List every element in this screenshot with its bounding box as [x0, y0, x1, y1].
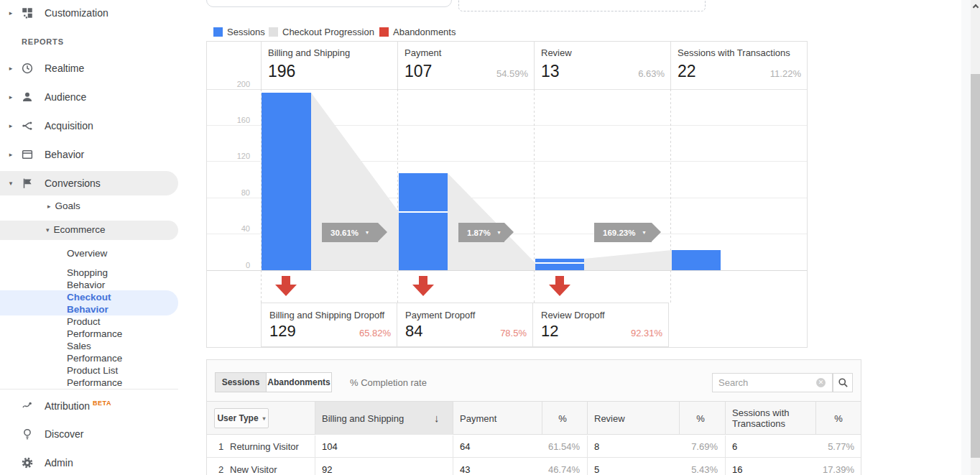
sidebar-item-shopping-behavior[interactable]: Shopping Behavior: [67, 267, 139, 291]
bar-billing-and-shipping[interactable]: [262, 93, 311, 270]
cell-review: 8: [594, 441, 599, 452]
column-header-review[interactable]: Review: [594, 413, 625, 424]
column-header-review-pct[interactable]: %: [690, 413, 711, 424]
column-header-transactions[interactable]: Sessions with Transactions: [732, 407, 813, 429]
sidebar-item-acquisition[interactable]: ▸ Acquisition: [0, 116, 178, 136]
cell-review: 5: [594, 464, 599, 475]
chevron-right-icon: ▸: [6, 93, 16, 101]
sidebar-item-label: Customization: [45, 7, 108, 19]
sidebar-item-label: Audience: [45, 91, 86, 103]
sidebar-item-admin[interactable]: Admin: [0, 453, 178, 473]
column-header-payment-pct[interactable]: %: [552, 413, 573, 424]
discover-lightbulb-icon: [20, 427, 34, 441]
chevron-right-icon: ▸: [6, 9, 16, 17]
dropoff-pct: 78.5%: [500, 328, 527, 338]
abandonment-arrow-icon: [275, 276, 297, 296]
sidebar-item-goals[interactable]: ▸ Goals: [47, 200, 80, 211]
legend-sessions[interactable]: Sessions: [213, 27, 265, 37]
column-header-payment[interactable]: Payment: [460, 413, 496, 424]
sidebar-item-conversions[interactable]: ▾ Conversions: [0, 171, 178, 195]
sidebar-item-label: Goals: [55, 200, 80, 211]
cell-payment-pct: 61.54%: [522, 441, 580, 452]
audience-person-icon: [20, 90, 34, 104]
sort-descending-icon[interactable]: ↓: [434, 412, 440, 424]
step-pct: 6.63%: [638, 68, 665, 79]
column-header-billing[interactable]: Billing and Shipping: [322, 413, 404, 424]
progression-shape-2: [448, 173, 535, 270]
search-input[interactable]: [712, 373, 833, 392]
sidebar-item-behavior[interactable]: ▸ Behavior: [0, 144, 178, 165]
step-value: 22: [678, 62, 696, 81]
progression-badge-1[interactable]: 30.61% ▾: [322, 223, 378, 242]
dropoff-card-review: Review Dropoff 12 92.31%: [532, 303, 669, 347]
step-value: 196: [268, 62, 295, 81]
behavior-window-icon: [20, 147, 34, 162]
progression-shape-3: [584, 250, 672, 270]
bar-payment[interactable]: [399, 173, 448, 270]
scrollbar-up-arrow[interactable]: [971, 0, 980, 12]
legend-abandonments[interactable]: Abandonments: [379, 27, 456, 37]
customization-icon: [20, 6, 34, 20]
progression-badge-2[interactable]: 1.87% ▾: [458, 223, 504, 242]
sidebar-item-attribution[interactable]: AttributionBETA: [0, 395, 178, 415]
sidebar-item-audience[interactable]: ▸ Audience: [0, 87, 178, 107]
row-label: Returning Visitor: [230, 441, 299, 452]
sidebar-item-overview[interactable]: Overview: [67, 247, 139, 259]
sidebar-item-product-list-performance[interactable]: Product List Performance: [67, 364, 139, 389]
dropoff-card-payment: Payment Dropoff 84 78.5%: [397, 303, 533, 347]
sidebar-item-realtime[interactable]: ▸ Realtime: [0, 58, 178, 78]
progression-pct: 30.61%: [330, 229, 359, 237]
sidebar-item-checkout-behavior[interactable]: Checkout Behavior: [67, 291, 139, 315]
dropoff-name: Billing and Shipping Dropoff: [269, 310, 391, 320]
step-name: Review: [541, 47, 665, 58]
sidebar-divider: [0, 389, 178, 389]
column-header-transactions-pct[interactable]: %: [828, 413, 849, 424]
progression-shape-1: [311, 93, 399, 270]
cell-payment: 43: [460, 464, 470, 475]
search-button[interactable]: [833, 373, 853, 392]
sidebar-item-product-performance[interactable]: Product Performance: [67, 315, 139, 340]
step-name: Billing and Shipping: [268, 47, 392, 58]
sidebar-item-label: Ecommerce: [54, 224, 106, 235]
add-segment-chip[interactable]: [458, 0, 706, 11]
tab-abandonments[interactable]: Abandonments: [266, 372, 332, 392]
sidebar-item-sales-performance[interactable]: Sales Performance: [67, 340, 139, 364]
row-rank: 2: [218, 464, 223, 475]
legend-label: Checkout Progression: [282, 27, 374, 37]
sidebar-item-customization[interactable]: ▸ Customization: [0, 3, 178, 23]
tab-sessions[interactable]: Sessions: [215, 372, 267, 392]
bar-review[interactable]: [535, 259, 584, 270]
sidebar-item-label: Realtime: [45, 63, 84, 74]
dropoff-name: Payment Dropoff: [405, 310, 527, 320]
dropoff-pct: 65.82%: [359, 328, 391, 338]
sidebar-item-label: Behavior: [45, 149, 84, 160]
abandonment-arrow-icon: [412, 276, 434, 296]
chevron-right-icon: ▸: [6, 151, 16, 158]
step-value: 107: [405, 62, 432, 81]
completion-rate-toggle[interactable]: % Completion rate: [350, 377, 427, 388]
attribution-icon: [20, 398, 34, 412]
step-pct: 54.59%: [496, 68, 528, 79]
sidebar-item-label: AttributionBETA: [45, 400, 111, 412]
progression-badge-3[interactable]: 169.23% ▾: [594, 223, 652, 242]
chevron-right-icon: ▸: [47, 203, 51, 210]
sidebar-item-discover[interactable]: Discover: [0, 424, 178, 444]
search-clear-icon[interactable]: ✕: [816, 378, 826, 387]
segment-chip[interactable]: [206, 0, 452, 7]
scrollbar-thumb[interactable]: [971, 74, 980, 458]
step-value: 13: [541, 62, 560, 81]
dropoff-value: 84: [405, 322, 422, 341]
data-table-card: Sessions Abandonments % Completion rate …: [206, 359, 861, 475]
legend-checkout-progression[interactable]: Checkout Progression: [269, 27, 374, 37]
table-row: 2 New Visitor 92 43 46.74% 5 5.43% 16 17…: [207, 458, 861, 475]
dropoff-pct: 92.31%: [631, 328, 662, 338]
bar-transactions[interactable]: [672, 250, 721, 270]
realtime-clock-icon: [20, 61, 34, 75]
user-type-dropdown[interactable]: User Type ▾: [214, 408, 269, 428]
cell-transactions-pct: 5.77%: [797, 441, 854, 452]
table-toolbar: Sessions Abandonments % Completion rate …: [207, 360, 861, 401]
cell-billing: 92: [322, 464, 332, 475]
sidebar: ▸ Customization REPORTS ▸ Realtime ▸: [0, 0, 178, 475]
sidebar-item-ecommerce[interactable]: ▾ Ecommerce: [46, 224, 106, 235]
search-icon: [838, 377, 849, 388]
